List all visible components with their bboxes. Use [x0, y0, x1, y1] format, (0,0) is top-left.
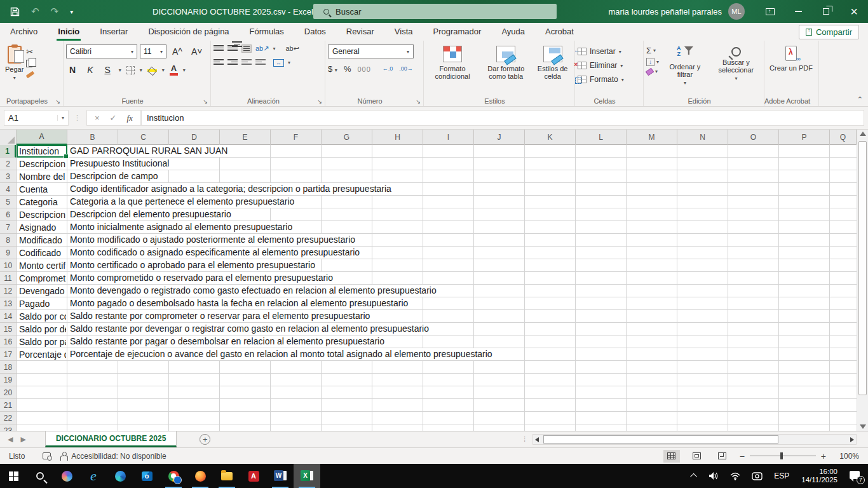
column-header-N[interactable]: N	[677, 130, 728, 145]
column-header-K[interactable]: K	[525, 130, 576, 145]
taskbar-search-button[interactable]	[27, 464, 53, 488]
row-header-15[interactable]: 15	[0, 323, 16, 336]
shrink-font-button[interactable]: A˅	[188, 45, 206, 58]
column-header-H[interactable]: H	[372, 130, 423, 145]
percent-button[interactable]: %	[344, 64, 351, 74]
comma-style-button[interactable]: 000	[357, 65, 370, 73]
cell-B13[interactable]: Monto pagado o desembolsado hasta la fec…	[68, 297, 412, 309]
cell-B6[interactable]: Descripcion del elemento presupuestario	[68, 208, 235, 220]
cell-A7[interactable]: Asignado	[19, 221, 66, 234]
sort-filter-button[interactable]: A Z Ordenar y filtrar ▾	[663, 44, 707, 95]
autosum-button[interactable]: Σ▾	[646, 46, 659, 55]
create-pdf-button[interactable]: Crear un PDF	[767, 44, 815, 73]
redo-icon[interactable]: ↷	[51, 6, 59, 17]
row-header-12[interactable]: 12	[0, 285, 16, 297]
cell-B3[interactable]: Descripcion de campo	[68, 170, 162, 182]
copilot-button[interactable]	[53, 464, 80, 488]
scroll-up-icon[interactable]	[860, 132, 866, 136]
ribbon-tab-disposici-n-de-p-gina[interactable]: Disposición de página	[138, 23, 239, 41]
bold-button[interactable]: N	[66, 64, 79, 76]
cell-B10[interactable]: Monto certificado o aprobado para el ele…	[68, 259, 319, 271]
cell-A15[interactable]: Saldo por de	[19, 323, 66, 336]
tab-scrollbar-splitter[interactable]: ⁞	[524, 436, 526, 443]
cell-A17[interactable]: Porcentaje d	[19, 348, 66, 361]
font-dialog-launcher[interactable]: ↘	[203, 98, 208, 105]
search-box[interactable]: Buscar	[313, 4, 557, 19]
column-header-D[interactable]: D	[169, 130, 220, 145]
row-header-14[interactable]: 14	[0, 310, 16, 323]
name-box[interactable]: A1 ▾	[4, 110, 69, 126]
cell-B1[interactable]: GAD PARROQUIAL RURAL SAN JUAN	[68, 145, 231, 157]
cell-A14[interactable]: Saldo por co	[19, 310, 66, 323]
column-header-I[interactable]: I	[423, 130, 474, 145]
column-header-E[interactable]: E	[220, 130, 271, 145]
cell-B14[interactable]: Saldo restante por comprometer o reserva…	[68, 310, 374, 322]
avatar[interactable]: ML	[728, 3, 745, 20]
insert-function-icon[interactable]: fx	[127, 113, 133, 123]
ribbon-tab-f-rmulas[interactable]: Fórmulas	[240, 23, 294, 41]
ribbon-tab-datos[interactable]: Datos	[294, 23, 336, 41]
row-header-9[interactable]: 9	[0, 247, 16, 259]
cell-A6[interactable]: Descripcion	[19, 208, 66, 221]
align-right-button[interactable]	[227, 58, 238, 67]
column-header-A[interactable]: A	[17, 130, 67, 145]
customize-qat-icon[interactable]: ▾	[70, 8, 73, 15]
user-name[interactable]: maria lourdes peñafiel parrales	[609, 7, 722, 17]
ribbon-tab-insertar[interactable]: Insertar	[90, 23, 138, 41]
row-header-1[interactable]: 1	[0, 145, 16, 158]
row-header-21[interactable]: 21	[0, 399, 16, 412]
word-button[interactable]: W	[267, 464, 294, 488]
column-header-L[interactable]: L	[576, 130, 627, 145]
row-header-23[interactable]: 23	[0, 424, 16, 431]
cell-B17[interactable]: Porcentaje de ejecucion o avance del gas…	[68, 348, 496, 360]
column-header-G[interactable]: G	[322, 130, 372, 145]
ribbon-tab-ayuda[interactable]: Ayuda	[491, 23, 535, 41]
start-button[interactable]	[0, 464, 27, 488]
row-header-18[interactable]: 18	[0, 361, 16, 374]
column-header-J[interactable]: J	[474, 130, 525, 145]
merge-dropdown-icon[interactable]: ▾	[288, 60, 290, 65]
column-header-M[interactable]: M	[627, 130, 677, 145]
fill-color-dropdown-icon[interactable]: ▾	[162, 67, 165, 73]
meet-now-button[interactable]	[746, 464, 768, 488]
paste-dropdown-icon[interactable]: ▾	[13, 75, 16, 81]
cell-styles-button[interactable]: Estilos de celda	[533, 44, 572, 95]
row-header-19[interactable]: 19	[0, 374, 16, 386]
cell-B5[interactable]: Categoria a la que pertenece el elemento…	[68, 196, 298, 208]
notifications-button[interactable]: 7	[844, 464, 868, 488]
font-color-button[interactable]: A	[170, 65, 178, 76]
cell-B11[interactable]: Monto comprometido o reservado para el e…	[68, 272, 337, 284]
next-sheet-icon[interactable]: ▶	[20, 435, 33, 444]
format-cells-button[interactable]: Formato ▾	[578, 72, 641, 86]
cell-B9[interactable]: Monto codificado o asignado especificame…	[68, 247, 363, 259]
vertical-scroll-thumb[interactable]	[858, 141, 867, 395]
row-header-3[interactable]: 3	[0, 170, 16, 183]
clipboard-dialog-launcher[interactable]: ↘	[55, 98, 60, 105]
row-header-6[interactable]: 6	[0, 208, 16, 221]
currency-button[interactable]: $ ▾	[328, 64, 337, 74]
network-button[interactable]	[724, 464, 746, 488]
page-break-view-button[interactable]	[714, 450, 731, 463]
alignment-dialog-launcher[interactable]: ↘	[317, 98, 322, 105]
accessibility-status[interactable]: Accesibilidad: No disponible	[71, 452, 166, 461]
font-name-select[interactable]: Calibri ▾	[66, 44, 137, 58]
scroll-right-icon[interactable]	[850, 437, 854, 442]
language-indicator[interactable]: ESP	[768, 464, 795, 488]
cell-A12[interactable]: Devengado	[19, 285, 66, 297]
scroll-down-icon[interactable]	[860, 424, 866, 429]
fill-color-button[interactable]	[147, 68, 157, 72]
column-header-B[interactable]: B	[67, 130, 118, 145]
row-header-11[interactable]: 11	[0, 272, 16, 285]
increase-indent-button[interactable]	[255, 58, 266, 67]
wrap-text-button[interactable]: ab↩	[285, 44, 299, 53]
sheet-tab-active[interactable]: DICCIONARIO OCTUBRE 2025	[45, 431, 177, 447]
ribbon-display-options-button[interactable]	[756, 0, 784, 23]
cell-A5[interactable]: Categoria	[19, 196, 66, 208]
minimize-button[interactable]	[784, 0, 812, 23]
font-size-select[interactable]: 11 ▾	[140, 44, 166, 58]
orientation-dropdown-icon[interactable]: ▾	[273, 46, 275, 51]
underline-button[interactable]: S	[101, 64, 113, 76]
align-left-button[interactable]	[214, 58, 224, 67]
grow-font-button[interactable]: A^	[169, 45, 186, 58]
firefox-button[interactable]	[187, 464, 214, 488]
